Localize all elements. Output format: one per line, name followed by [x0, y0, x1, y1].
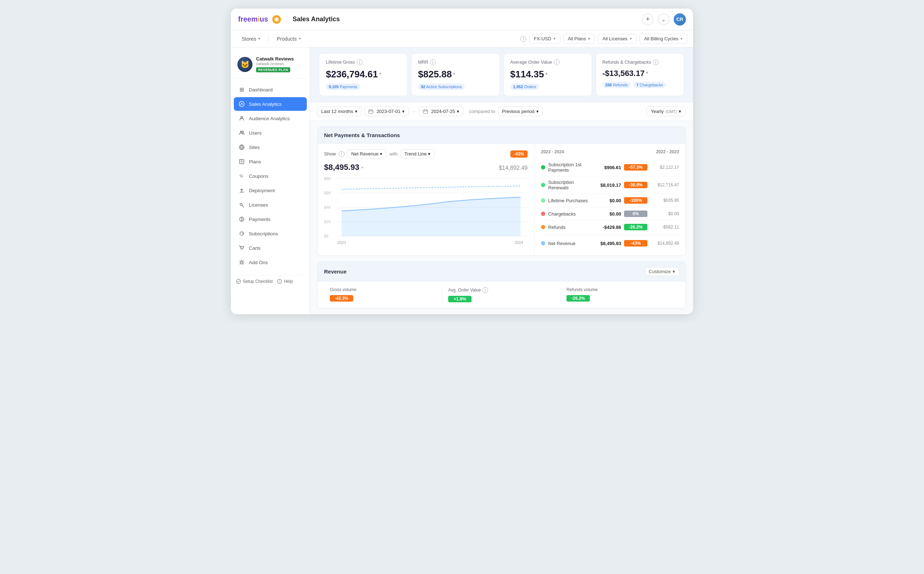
end-date-selector[interactable]: 2024-07-25 ▾ [419, 107, 464, 116]
sidebar-item-audience-analytics[interactable]: Audience Analytics [234, 112, 307, 125]
legend-row-sub1: Subscription 1st Payments $906.61 -57.3%… [541, 159, 679, 177]
profile-avatar-image: 🐱 [237, 57, 253, 72]
legend-row-refunds: Refunds -$429.86 -26.2% -$582.11 [541, 221, 679, 234]
sidebar-item-deployment[interactable]: Deployment [234, 183, 307, 197]
sidebar-item-subscriptions[interactable]: Subscriptions [234, 227, 307, 240]
lifetime-gross-info-icon[interactable]: i [357, 59, 363, 65]
chart-values: $8,495.93 * $14,892.49 [324, 162, 528, 172]
payments-icon: $ [238, 216, 245, 223]
stat-lifetime-gross-value: $236,794.61 * [326, 69, 401, 80]
date-filter-row: Last 12 months ▾ 2023-07-01 ▾ - 2024-07-… [310, 102, 693, 121]
sidebar-addons-label: Add Ons [249, 260, 268, 265]
show-info-icon[interactable]: i [339, 151, 344, 157]
svg-text:$4K: $4K [324, 205, 331, 210]
svg-line-8 [275, 20, 275, 21]
chevron-down-icon[interactable]: ⌄ [658, 14, 669, 25]
sidebar-plans-label: Plans [249, 159, 261, 164]
nav-stores[interactable]: Stores ▾ [237, 34, 266, 44]
svg-point-24 [236, 279, 240, 284]
avg-order-info-icon[interactable]: i [554, 59, 559, 65]
stat-mrr-label: MRR i [418, 59, 493, 65]
metric-selector[interactable]: Net Revenue ▾ [347, 149, 387, 158]
stat-avg-order-sub: 1,952 Orders [511, 84, 585, 90]
sidebar-audience-label: Audience Analytics [249, 116, 289, 121]
compared-period-selector[interactable]: Previous period ▾ [498, 107, 543, 116]
stat-mrr: MRR i $825.88 * 92 Active Subscriptions [411, 53, 500, 96]
sidebar-item-plans[interactable]: Plans [234, 155, 307, 169]
avatar[interactable]: CR [674, 13, 686, 25]
carts-icon [238, 244, 245, 252]
revenue-card-gross-value-row: -42.3% [330, 295, 436, 301]
svg-text:2024: 2024 [515, 240, 523, 245]
sidebar-item-licenses[interactable]: Licenses [234, 198, 307, 211]
legend-badge-renewals: -36.9% [624, 182, 647, 188]
sidebar-item-carts[interactable]: Carts [234, 241, 307, 255]
svg-rect-14 [240, 159, 244, 164]
revenue-card-refunds-volume-row: -26.2% [566, 295, 673, 301]
compared-period: Previous period [502, 109, 534, 114]
revenue-section-title: Revenue [324, 268, 347, 274]
subscriptions-icon [238, 230, 245, 237]
help-button[interactable]: ? Help [277, 279, 293, 284]
sidebar-sites-label: Sites [249, 145, 260, 150]
nav-products-label: Products [277, 36, 296, 42]
start-date: 2023-07-01 [377, 109, 401, 114]
sidebar-item-addons[interactable]: Add Ons [234, 255, 307, 269]
filter-licenses[interactable]: All Licenses ▾ [598, 34, 636, 44]
filter-plans[interactable]: All Plans ▾ [563, 34, 595, 44]
legend-badge-refunds: -26.2% [624, 224, 647, 230]
mrr-info-icon[interactable]: i [430, 59, 436, 65]
compared-period-chevron-icon: ▾ [536, 109, 539, 114]
stat-avg-order-value: $114.35 * [511, 69, 585, 80]
start-date-chevron-icon: ▾ [402, 109, 405, 114]
legend-value-renewals: $8,019.17 [596, 183, 621, 188]
svg-text:%: % [240, 174, 243, 178]
sidebar-deployment-label: Deployment [249, 188, 275, 193]
legend-dot-refunds [541, 225, 545, 229]
sidebar-item-dashboard[interactable]: ⊞ Dashboard [234, 83, 307, 96]
stat-refunds-sub: 286 Refunds 7 Chargebacks [602, 82, 677, 88]
sun-icon [272, 15, 281, 24]
sidebar-item-sales-analytics[interactable]: Sales Analytics [234, 97, 307, 111]
granularity-selector[interactable]: Yearly (GMT) ▾ [646, 107, 686, 116]
users-icon [238, 129, 245, 136]
stat-refunds-value: -$13,563.17 * [602, 69, 677, 78]
setup-checklist-button[interactable]: Setup Checklist [236, 279, 273, 284]
trend-selector[interactable]: Trend Line ▾ [401, 149, 435, 158]
sidebar-item-users[interactable]: Users [234, 126, 307, 140]
plans-icon [238, 158, 245, 165]
svg-line-6 [278, 20, 278, 21]
revenue-card-avg-order: Avg. Order Value i +1.9% [442, 287, 561, 302]
filter-fx[interactable]: FX-USD ▾ [529, 34, 560, 44]
refunds-info-icon[interactable]: i [653, 59, 658, 65]
chart-section-content: Show i Net Revenue ▾ with Trend Line ▾ [317, 144, 685, 255]
nav-bar: Stores ▾ Products ▾ i FX-USD ▾ All Plans… [231, 30, 693, 47]
legend-compare-refunds: -$582.11 [650, 225, 679, 230]
sidebar-item-payments[interactable]: $ Payments [234, 212, 307, 226]
period-selector[interactable]: Last 12 months ▾ [317, 107, 361, 116]
avg-order-revenue-info-icon[interactable]: i [482, 287, 488, 293]
with-label: with [389, 151, 398, 156]
info-icon[interactable]: i [520, 36, 526, 42]
add-button[interactable]: + [642, 14, 654, 25]
profile-avatar: 🐱 [237, 57, 253, 72]
sidebar-payments-label: Payments [249, 217, 270, 222]
start-date-selector[interactable]: 2023-07-01 ▾ [365, 107, 409, 116]
sites-icon [238, 144, 245, 151]
legend-dot-lifetime [541, 198, 545, 203]
nav-products[interactable]: Products ▾ [272, 34, 306, 44]
filter-billing[interactable]: All Billing Cycles ▾ [640, 34, 687, 44]
trend-label: Trend Line [405, 151, 427, 156]
customize-label: Customize [649, 269, 671, 274]
legend-row-renewals: Subscription Renewals $8,019.17 -36.9% $… [541, 177, 679, 194]
customize-button[interactable]: Customize ▾ [645, 267, 679, 276]
sidebar-item-coupons[interactable]: % Coupons [234, 169, 307, 183]
svg-rect-27 [369, 110, 373, 114]
svg-point-22 [242, 249, 243, 250]
filter-fx-label: FX-USD [534, 36, 551, 41]
legend-compare-net-revenue: $14,892.49 [650, 241, 679, 246]
sidebar-item-sites[interactable]: Sites [234, 140, 307, 154]
svg-point-21 [241, 249, 242, 250]
show-label: Show [324, 151, 336, 156]
profile-slug: catwalk-reviews [256, 62, 303, 66]
